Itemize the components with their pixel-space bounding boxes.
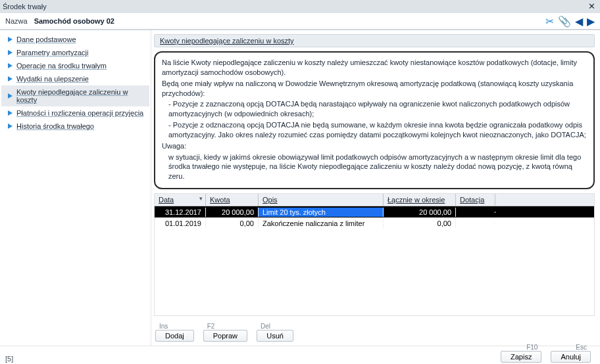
cell-kwota: 20 000,00 <box>206 208 259 217</box>
sidebar-item-label: Dane podstawowe <box>16 35 76 43</box>
sidebar-item-wydatki[interactable]: Wydatki na ulepszenie <box>1 72 149 85</box>
sidebar-item-kwoty[interactable]: Kwoty niepodlegające zaliczeniu w koszty <box>1 85 149 106</box>
col-kwota[interactable]: Kwota <box>206 194 259 206</box>
chevron-icon <box>8 93 12 99</box>
cancel-button[interactable]: Anuluj <box>551 351 591 363</box>
sidebar-item-parametry-amortyzacji[interactable]: Parametry amortyzacji <box>1 46 149 59</box>
chevron-icon <box>8 76 12 81</box>
sidebar-item-dane-podstawowe[interactable]: Dane podstawowe <box>1 33 149 46</box>
cell-lacznie: 20 000,00 <box>384 208 456 217</box>
sidebar-item-label: Płatności i rozliczenia operacji przyjęc… <box>16 109 143 117</box>
titlebar: Środek trwały ✕ <box>0 0 600 13</box>
save-button[interactable]: Zapisz <box>501 351 541 363</box>
help-b1: - Pozycje z zaznaczoną opcją DOTACJA będ… <box>162 99 587 119</box>
shortcut-f10: F10 <box>501 344 541 351</box>
sidebar-item-label: Kwoty niepodlegające zaliczeniu w koszty <box>16 88 145 104</box>
cell-dotacja <box>456 212 495 213</box>
cell-kwota: 0,00 <box>206 219 259 228</box>
chevron-icon <box>8 37 12 42</box>
shortcut-del: Del <box>257 323 270 330</box>
sidebar-item-label: Operacje na środku trwałym <box>16 62 107 70</box>
cell-opis: Limit 20 tys. złotych <box>259 208 384 217</box>
help-p1: Na liście Kwoty niepodlegające zaliczeni… <box>162 58 587 78</box>
sidebar-item-label: Wydatki na ulepszenie <box>16 75 89 83</box>
chevron-icon <box>8 124 12 129</box>
col-lacznie[interactable]: Łącznie w okresie <box>384 194 456 206</box>
chevron-icon <box>8 63 12 68</box>
panel-title: Kwoty niepodlegające zaliczeniu w koszty <box>154 34 595 47</box>
paperclip-icon[interactable]: 📎 <box>558 15 571 28</box>
help-p3: w sytuacji, kiedy w jakimś okresie obowi… <box>162 152 587 182</box>
sidebar-item-label: Historia środka trwałego <box>16 122 94 130</box>
footer-counter: [5] <box>5 355 13 363</box>
col-dotacja[interactable]: Dotacja <box>456 194 495 206</box>
cell-opis: Zakończenie naliczania z limiter <box>259 219 384 228</box>
edit-button[interactable]: Popraw <box>203 330 247 342</box>
sidebar-item-label: Parametry amortyzacji <box>16 49 88 57</box>
prev-icon[interactable]: ◀ <box>575 15 583 28</box>
cell-data: 01.01.2019 <box>155 219 206 228</box>
cell-data: 31.12.2017 <box>155 208 206 217</box>
scissors-icon[interactable]: ✂ <box>545 15 554 28</box>
window-title: Środek trwały <box>3 3 47 11</box>
grid-header: Data Kwota Opis Łącznie w okresie Dotacj… <box>155 194 594 206</box>
delete-button[interactable]: Usuń <box>257 330 293 342</box>
add-button[interactable]: Dodaj <box>155 330 194 342</box>
col-opis[interactable]: Opis <box>259 194 384 206</box>
grid-body: 31.12.2017 20 000,00 Limit 20 tys. złoty… <box>155 206 594 229</box>
header-row: Nazwa Samochód osobowy 02 ✂ 📎 ◀ ▶ <box>0 13 600 30</box>
name-label: Nazwa <box>5 17 28 25</box>
cell-dotacja <box>456 223 495 224</box>
footer: [5] F10 Zapisz Esc Anuluj <box>0 346 600 364</box>
sidebar-item-operacje[interactable]: Operacje na środku trwałym <box>1 59 149 72</box>
cell-lacznie: 0,00 <box>384 219 456 228</box>
chevron-icon <box>8 50 12 55</box>
help-p2: Będą one miały wpływ na naliczoną w Dowo… <box>162 79 587 99</box>
table-row[interactable]: 31.12.2017 20 000,00 Limit 20 tys. złoty… <box>155 206 594 217</box>
sidebar: Dane podstawowe Parametry amortyzacji Op… <box>0 30 151 346</box>
close-icon[interactable]: ✕ <box>586 1 597 12</box>
help-uwaga: Uwaga: <box>162 141 587 151</box>
help-box: Na liście Kwoty niepodlegające zaliczeni… <box>154 51 595 189</box>
sidebar-item-historia[interactable]: Historia środka trwałego <box>1 120 149 133</box>
main-panel: Kwoty niepodlegające zaliczeniu w koszty… <box>151 30 600 346</box>
help-b2: - Pozycje z odznaczoną opcją DOTACJA nie… <box>162 120 587 140</box>
sidebar-item-platnosci[interactable]: Płatności i rozliczenia operacji przyjęc… <box>1 106 149 120</box>
shortcut-ins: Ins <box>155 323 168 330</box>
grid: Data Kwota Opis Łącznie w okresie Dotacj… <box>154 193 595 316</box>
chevron-icon <box>8 110 12 116</box>
name-value: Samochód osobowy 02 <box>34 17 114 25</box>
next-icon[interactable]: ▶ <box>587 15 595 28</box>
col-data[interactable]: Data <box>155 194 206 206</box>
table-row[interactable]: 01.01.2019 0,00 Zakończenie naliczania z… <box>155 217 594 229</box>
grid-actions: Ins Dodaj F2 Popraw Del Usuń <box>154 320 595 343</box>
shortcut-esc: Esc <box>551 344 591 351</box>
shortcut-f2: F2 <box>203 323 215 330</box>
